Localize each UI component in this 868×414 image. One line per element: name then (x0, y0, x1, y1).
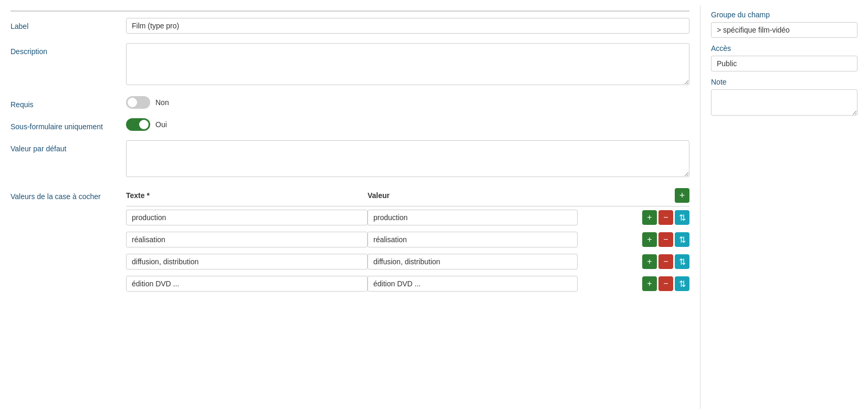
requis-control: Non (126, 96, 689, 109)
sous-formulaire-row: Sous-formulaire uniquement Oui (11, 118, 689, 131)
requis-toggle-label: Non (155, 98, 169, 107)
requis-slider (126, 96, 150, 109)
row4-texte-input[interactable] (126, 276, 368, 292)
description-field-label: Description (11, 43, 126, 56)
note-label: Note (711, 78, 857, 86)
sous-formulaire-toggle-label: Oui (155, 120, 167, 129)
sous-formulaire-toggle-wrap: Oui (126, 118, 689, 131)
row2-valeur-wrap (368, 232, 578, 247)
row2-move-button[interactable]: ⇅ (675, 232, 689, 247)
row3-actions: + − ⇅ (578, 254, 689, 269)
label-row: Label (11, 18, 689, 34)
valeurs-case-row: Valeurs de la case à cocher Texte * Vale… (11, 188, 689, 298)
valeur-defaut-input[interactable] (126, 140, 689, 177)
sous-formulaire-slider (126, 118, 150, 131)
row1-remove-button[interactable]: − (658, 210, 673, 225)
row4-valeur-input[interactable] (368, 276, 578, 292)
requis-toggle[interactable] (126, 96, 150, 109)
requis-row: Requis Non (11, 96, 689, 109)
row2-texte-wrap (126, 232, 368, 247)
row3-texte-wrap (126, 254, 368, 270)
row1-texte-wrap (126, 210, 368, 225)
valeurs-case-field-label: Valeurs de la case à cocher (11, 188, 126, 201)
row1-valeur-wrap (368, 210, 578, 225)
row1-action-buttons: + − ⇅ (642, 210, 689, 225)
label-input[interactable] (126, 18, 689, 34)
acces-label: Accès (711, 44, 857, 53)
row3-valeur-input[interactable] (368, 254, 578, 270)
description-input[interactable] (126, 43, 689, 85)
row3-move-button[interactable]: ⇅ (675, 254, 689, 269)
row1-actions: + − ⇅ (578, 210, 689, 225)
add-row-button-header[interactable]: + (675, 188, 689, 203)
col-texte-header: Texte * (126, 191, 368, 200)
valeur-defaut-field-label: Valeur par défaut (11, 140, 126, 153)
row1-valeur-input[interactable] (368, 210, 578, 225)
checkbox-table: Texte * Valeur + (126, 188, 689, 292)
acces-input[interactable] (711, 56, 857, 71)
table-row: + − ⇅ (126, 276, 689, 292)
table-row: + − ⇅ (126, 254, 689, 270)
col-valeur-header: Valeur (368, 191, 578, 200)
row3-texte-input[interactable] (126, 254, 368, 270)
requis-toggle-wrap: Non (126, 96, 689, 109)
row2-remove-button[interactable]: − (658, 232, 673, 247)
valeurs-case-control: Texte * Valeur + (126, 188, 689, 298)
row2-valeur-input[interactable] (368, 232, 578, 247)
row2-actions: + − ⇅ (578, 232, 689, 247)
sous-formulaire-toggle[interactable] (126, 118, 150, 131)
label-control (126, 18, 689, 34)
row4-valeur-wrap (368, 276, 578, 292)
requis-field-label: Requis (11, 96, 126, 109)
table-row: + − ⇅ (126, 210, 689, 225)
row1-add-button[interactable]: + (642, 210, 657, 225)
row4-action-buttons: + − ⇅ (642, 276, 689, 291)
description-control (126, 43, 689, 87)
row3-valeur-wrap (368, 254, 578, 270)
sous-formulaire-field-label: Sous-formulaire uniquement (11, 118, 126, 131)
sous-formulaire-control: Oui (126, 118, 689, 131)
table-row: + − ⇅ (126, 232, 689, 247)
valeur-defaut-control (126, 140, 689, 179)
row4-remove-button[interactable]: − (658, 276, 673, 291)
row1-move-button[interactable]: ⇅ (675, 210, 689, 225)
row3-action-buttons: + − ⇅ (642, 254, 689, 269)
row1-texte-input[interactable] (126, 210, 368, 225)
row2-action-buttons: + − ⇅ (642, 232, 689, 247)
description-row: Description (11, 43, 689, 87)
right-panel: Groupe du champ Accès Note (700, 5, 868, 409)
label-field-label: Label (11, 18, 126, 30)
row4-actions: + − ⇅ (578, 276, 689, 291)
groupe-label: Groupe du champ (711, 11, 857, 19)
checkbox-table-header: Texte * Valeur + (126, 188, 689, 206)
valeur-defaut-row: Valeur par défaut (11, 140, 689, 179)
row4-add-button[interactable]: + (642, 276, 657, 291)
row4-texte-wrap (126, 276, 368, 292)
row3-remove-button[interactable]: − (658, 254, 673, 269)
row4-move-button[interactable]: ⇅ (675, 276, 689, 291)
groupe-input[interactable] (711, 22, 857, 38)
note-input[interactable] (711, 89, 857, 116)
row3-add-button[interactable]: + (642, 254, 657, 269)
col-actions-header: + (578, 188, 689, 203)
row2-texte-input[interactable] (126, 232, 368, 247)
row2-add-button[interactable]: + (642, 232, 657, 247)
